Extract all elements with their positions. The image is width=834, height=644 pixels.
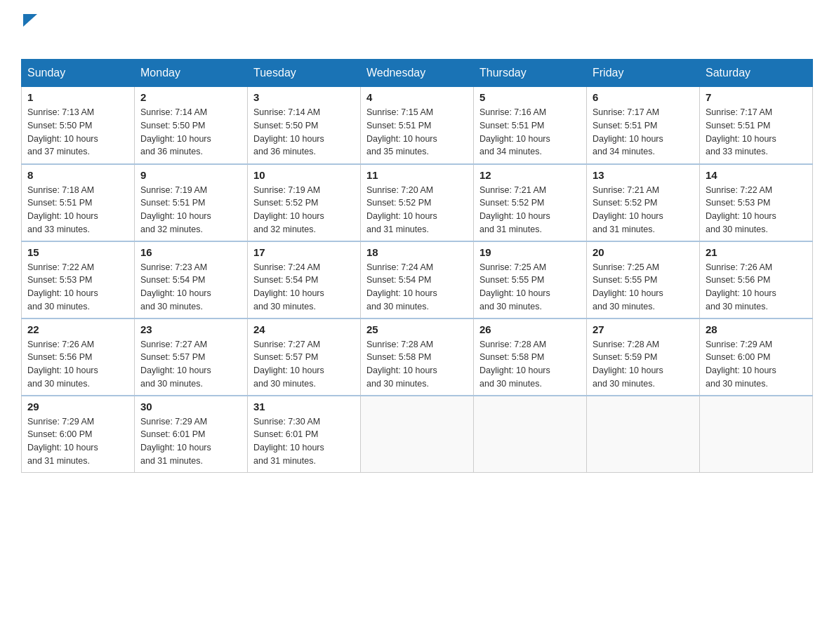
week-row-2: 8Sunrise: 7:18 AMSunset: 5:51 PMDaylight… (22, 164, 813, 241)
calendar-cell: 4Sunrise: 7:15 AMSunset: 5:51 PMDaylight… (361, 87, 474, 164)
calendar-cell: 1Sunrise: 7:13 AMSunset: 5:50 PMDaylight… (22, 87, 135, 164)
day-number: 22 (27, 323, 128, 335)
day-info: Sunrise: 7:21 AMSunset: 5:52 PMDaylight:… (479, 184, 581, 236)
calendar-table: SundayMondayTuesdayWednesdayThursdayFrid… (21, 59, 813, 473)
day-number: 7 (706, 91, 807, 103)
calendar-cell: 15Sunrise: 7:22 AMSunset: 5:53 PMDayligh… (22, 241, 135, 318)
day-info: Sunrise: 7:28 AMSunset: 5:58 PMDaylight:… (366, 338, 468, 391)
day-number: 5 (479, 91, 581, 103)
day-info: Sunrise: 7:17 AMSunset: 5:51 PMDaylight:… (706, 106, 807, 159)
day-info: Sunrise: 7:24 AMSunset: 5:54 PMDaylight:… (366, 261, 468, 314)
header-row: SundayMondayTuesdayWednesdayThursdayFrid… (22, 60, 813, 87)
day-info: Sunrise: 7:25 AMSunset: 5:55 PMDaylight:… (479, 261, 581, 314)
day-number: 2 (140, 91, 241, 103)
day-info: Sunrise: 7:28 AMSunset: 5:59 PMDaylight:… (593, 338, 694, 391)
day-number: 29 (27, 401, 128, 412)
calendar-cell (587, 396, 700, 473)
day-info: Sunrise: 7:24 AMSunset: 5:54 PMDaylight:… (253, 261, 355, 314)
day-number: 6 (593, 91, 694, 103)
svg-marker-0 (23, 14, 37, 27)
day-info: Sunrise: 7:25 AMSunset: 5:55 PMDaylight:… (593, 261, 694, 314)
calendar-cell: 5Sunrise: 7:16 AMSunset: 5:51 PMDaylight… (474, 87, 587, 164)
header-saturday: Saturday (700, 60, 813, 87)
day-number: 31 (253, 401, 355, 412)
calendar-cell: 2Sunrise: 7:14 AMSunset: 5:50 PMDaylight… (135, 87, 248, 164)
calendar-cell: 14Sunrise: 7:22 AMSunset: 5:53 PMDayligh… (700, 164, 813, 241)
calendar-cell: 11Sunrise: 7:20 AMSunset: 5:52 PMDayligh… (361, 164, 474, 241)
day-number: 8 (27, 169, 128, 181)
day-number: 9 (140, 169, 241, 181)
day-number: 24 (253, 323, 355, 335)
day-info: Sunrise: 7:18 AMSunset: 5:51 PMDaylight:… (27, 184, 128, 236)
day-number: 15 (27, 246, 128, 258)
day-number: 10 (253, 169, 355, 181)
day-number: 4 (366, 91, 468, 103)
calendar-cell: 13Sunrise: 7:21 AMSunset: 5:52 PMDayligh… (587, 164, 700, 241)
calendar-cell: 25Sunrise: 7:28 AMSunset: 5:58 PMDayligh… (361, 318, 474, 396)
day-number: 17 (253, 246, 355, 258)
day-info: Sunrise: 7:20 AMSunset: 5:52 PMDaylight:… (366, 184, 468, 236)
header-tuesday: Tuesday (248, 60, 361, 87)
day-info: Sunrise: 7:27 AMSunset: 5:57 PMDaylight:… (140, 338, 241, 391)
header-thursday: Thursday (474, 60, 587, 87)
calendar-cell: 18Sunrise: 7:24 AMSunset: 5:54 PMDayligh… (361, 241, 474, 318)
day-info: Sunrise: 7:30 AMSunset: 6:01 PMDaylight:… (253, 415, 355, 468)
day-info: Sunrise: 7:29 AMSunset: 6:01 PMDaylight:… (140, 415, 241, 468)
calendar-cell: 28Sunrise: 7:29 AMSunset: 6:00 PMDayligh… (700, 318, 813, 396)
day-number: 27 (593, 323, 694, 335)
header-friday: Friday (587, 60, 700, 87)
day-info: Sunrise: 7:26 AMSunset: 5:56 PMDaylight:… (27, 338, 128, 391)
calendar-cell: 31Sunrise: 7:30 AMSunset: 6:01 PMDayligh… (248, 396, 361, 473)
day-number: 1 (27, 91, 128, 103)
header-monday: Monday (135, 60, 248, 87)
calendar-cell: 21Sunrise: 7:26 AMSunset: 5:56 PMDayligh… (700, 241, 813, 318)
day-number: 30 (140, 401, 241, 412)
day-number: 26 (479, 323, 581, 335)
calendar-cell (361, 396, 474, 473)
day-number: 23 (140, 323, 241, 335)
day-number: 21 (706, 246, 807, 258)
day-number: 13 (593, 169, 694, 181)
calendar-cell: 3Sunrise: 7:14 AMSunset: 5:50 PMDaylight… (248, 87, 361, 164)
day-info: Sunrise: 7:23 AMSunset: 5:54 PMDaylight:… (140, 261, 241, 314)
day-number: 3 (253, 91, 355, 103)
day-number: 18 (366, 246, 468, 258)
logo-arrow-icon (23, 14, 37, 27)
calendar-cell: 20Sunrise: 7:25 AMSunset: 5:55 PMDayligh… (587, 241, 700, 318)
day-info: Sunrise: 7:29 AMSunset: 6:00 PMDaylight:… (706, 338, 807, 391)
day-number: 19 (479, 246, 581, 258)
calendar-cell: 12Sunrise: 7:21 AMSunset: 5:52 PMDayligh… (474, 164, 587, 241)
calendar-cell: 10Sunrise: 7:19 AMSunset: 5:52 PMDayligh… (248, 164, 361, 241)
day-number: 20 (593, 246, 694, 258)
calendar-cell: 24Sunrise: 7:27 AMSunset: 5:57 PMDayligh… (248, 318, 361, 396)
calendar-cell: 6Sunrise: 7:17 AMSunset: 5:51 PMDaylight… (587, 87, 700, 164)
calendar-cell (700, 396, 813, 473)
calendar-cell: 27Sunrise: 7:28 AMSunset: 5:59 PMDayligh… (587, 318, 700, 396)
calendar-cell: 7Sunrise: 7:17 AMSunset: 5:51 PMDaylight… (700, 87, 813, 164)
day-info: Sunrise: 7:19 AMSunset: 5:51 PMDaylight:… (140, 184, 241, 236)
header-wednesday: Wednesday (361, 60, 474, 87)
day-info: Sunrise: 7:19 AMSunset: 5:52 PMDaylight:… (253, 184, 355, 236)
calendar-cell: 30Sunrise: 7:29 AMSunset: 6:01 PMDayligh… (135, 396, 248, 473)
day-info: Sunrise: 7:22 AMSunset: 5:53 PMDaylight:… (27, 261, 128, 314)
day-info: Sunrise: 7:15 AMSunset: 5:51 PMDaylight:… (366, 106, 468, 159)
calendar-cell: 8Sunrise: 7:18 AMSunset: 5:51 PMDaylight… (22, 164, 135, 241)
day-number: 28 (706, 323, 807, 335)
calendar-cell: 9Sunrise: 7:19 AMSunset: 5:51 PMDaylight… (135, 164, 248, 241)
day-number: 11 (366, 169, 468, 181)
calendar-cell: 22Sunrise: 7:26 AMSunset: 5:56 PMDayligh… (22, 318, 135, 396)
calendar-cell: 19Sunrise: 7:25 AMSunset: 5:55 PMDayligh… (474, 241, 587, 318)
day-number: 16 (140, 246, 241, 258)
day-info: Sunrise: 7:17 AMSunset: 5:51 PMDaylight:… (593, 106, 694, 159)
logo (21, 14, 37, 45)
header-sunday: Sunday (22, 60, 135, 87)
week-row-5: 29Sunrise: 7:29 AMSunset: 6:00 PMDayligh… (22, 396, 813, 473)
calendar-cell (474, 396, 587, 473)
calendar-cell: 17Sunrise: 7:24 AMSunset: 5:54 PMDayligh… (248, 241, 361, 318)
day-number: 25 (366, 323, 468, 335)
day-info: Sunrise: 7:16 AMSunset: 5:51 PMDaylight:… (479, 106, 581, 159)
week-row-3: 15Sunrise: 7:22 AMSunset: 5:53 PMDayligh… (22, 241, 813, 318)
day-info: Sunrise: 7:28 AMSunset: 5:58 PMDaylight:… (479, 338, 581, 391)
day-number: 14 (706, 169, 807, 181)
week-row-4: 22Sunrise: 7:26 AMSunset: 5:56 PMDayligh… (22, 318, 813, 396)
